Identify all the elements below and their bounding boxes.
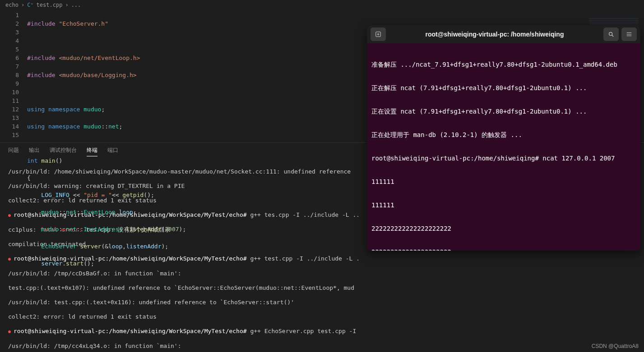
tab-problems[interactable]: 问题 (8, 146, 19, 156)
external-terminal-window[interactable]: root@shiweiqing-virtual-pc: /home/shiwei… (367, 25, 640, 251)
breadcrumb-file[interactable]: test.cpp (37, 2, 63, 8)
new-tab-button[interactable] (371, 27, 386, 41)
breadcrumb: echo › C⁺ test.cpp › ... (0, 0, 644, 10)
search-button[interactable] (603, 27, 619, 41)
breadcrumb-folder[interactable]: echo (5, 2, 19, 8)
hamburger-icon (626, 31, 632, 37)
plus-tab-icon (375, 31, 381, 37)
terminal-title: root@shiweiqing-virtual-pc: /home/shiwei… (389, 31, 600, 38)
svg-point-1 (609, 32, 612, 36)
terminal-titlebar[interactable]: root@shiweiqing-virtual-pc: /home/shiwei… (367, 25, 640, 43)
menu-button[interactable] (621, 27, 637, 41)
watermark: CSDN @QuattroA8 (592, 343, 639, 349)
chevron-right-icon: › (21, 2, 24, 8)
terminal-body[interactable]: 准备解压 .../ncat_7.91+dfsg1+really7.80+dfsg… (367, 43, 640, 251)
search-icon (608, 31, 614, 37)
line-number-gutter: 123 456 789 101112 131415 (0, 10, 27, 142)
breadcrumb-more[interactable]: ... (71, 2, 81, 8)
cpp-file-icon: C⁺ (27, 2, 33, 8)
chevron-right-icon: › (65, 2, 68, 8)
